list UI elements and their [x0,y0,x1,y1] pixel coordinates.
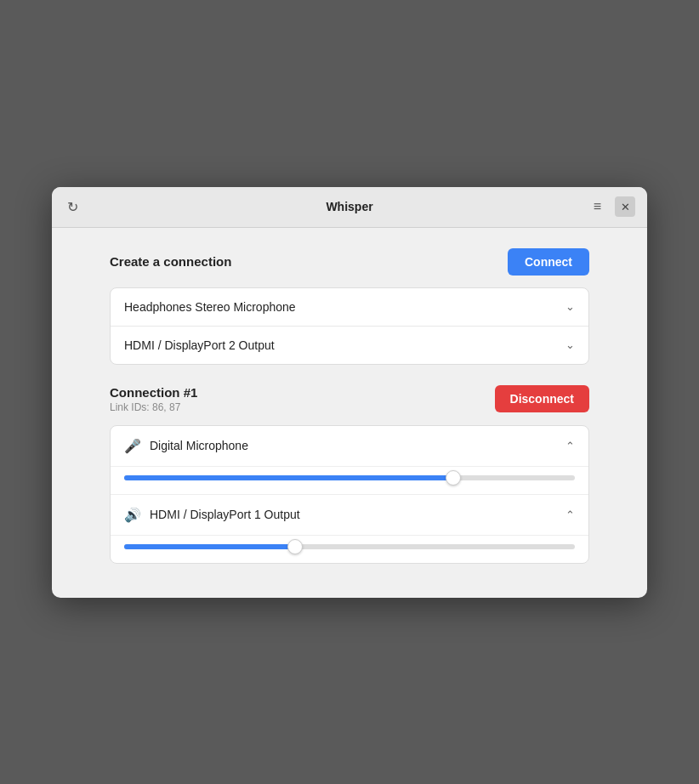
microphone-icon: 🎤 [124,438,141,454]
titlebar: ↻ Whisper ≡ ✕ [52,187,647,228]
target-slider-area [111,535,588,563]
refresh-button[interactable]: ↻ [64,196,82,219]
target-chevron-up-icon: ⌃ [565,508,575,521]
connect-button[interactable]: Connect [508,248,589,276]
titlebar-right-actions: ≡ ✕ [590,196,635,218]
source-slider-fill [124,475,453,480]
target-device-toggle[interactable]: 🔊 HDMI / DisplayPort 1 Output ⌃ [111,495,588,535]
close-icon: ✕ [621,201,630,213]
target-device-label: HDMI / DisplayPort 2 Output [124,338,275,352]
source-slider-track [124,475,575,480]
target-slider-track [124,544,575,549]
speaker-icon: 🔊 [124,507,141,523]
source-device-dropdown[interactable]: Headphones Stereo Microphone ⌄ [111,288,588,326]
refresh-icon: ↻ [67,199,78,215]
connection-1-info: Connection #1 Link IDs: 86, 87 [110,385,197,413]
connection-1-title: Connection #1 [110,385,197,400]
target-device-row: 🔊 HDMI / DisplayPort 1 Output ⌃ [111,495,588,563]
source-chevron-up-icon: ⌃ [565,440,575,452]
target-device-dropdown[interactable]: HDMI / DisplayPort 2 Output ⌄ [111,326,588,364]
target-device-left: 🔊 HDMI / DisplayPort 1 Output [124,507,300,523]
source-slider-area [111,466,588,494]
create-connection-card: Headphones Stereo Microphone ⌄ HDMI / Di… [110,287,589,365]
target-slider-fill [124,544,295,549]
source-device-toggle[interactable]: 🎤 Digital Microphone ⌃ [111,426,588,466]
connection-1-section: Connection #1 Link IDs: 86, 87 Disconnec… [110,385,589,564]
source-device-left: 🎤 Digital Microphone [124,438,248,454]
source-device-label: Headphones Stereo Microphone [124,300,296,314]
main-content: Create a connection Connect Headphones S… [52,228,647,598]
source-device-row: 🎤 Digital Microphone ⌃ [111,426,588,494]
connection-1-subtitle: Link IDs: 86, 87 [110,401,197,413]
target-slider-thumb[interactable] [287,539,303,554]
menu-button[interactable]: ≡ [590,196,605,218]
create-connection-header: Create a connection Connect [110,248,589,276]
source-chevron-icon: ⌄ [565,300,575,313]
app-title: Whisper [326,200,372,213]
target-device-name: HDMI / DisplayPort 1 Output [150,508,300,521]
target-chevron-icon: ⌄ [565,338,575,351]
disconnect-button[interactable]: Disconnect [495,385,589,412]
create-connection-title: Create a connection [110,254,231,269]
app-window: ↻ Whisper ≡ ✕ Create a connection Connec… [52,187,647,598]
source-slider-thumb[interactable] [446,470,461,486]
menu-icon: ≡ [594,199,601,214]
close-button[interactable]: ✕ [615,196,635,217]
source-device-name: Digital Microphone [150,439,248,452]
connection-1-header: Connection #1 Link IDs: 86, 87 Disconnec… [110,385,589,413]
connection-1-device-card: 🎤 Digital Microphone ⌃ [110,425,589,564]
